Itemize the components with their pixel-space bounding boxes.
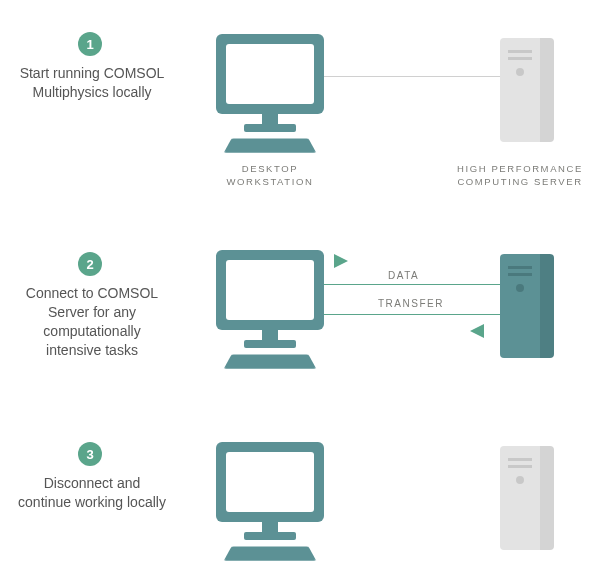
- server-tower-icon: [500, 38, 554, 142]
- connector-line-icon: [324, 76, 500, 77]
- step-1: 1 Start running COMSOL Multiphysics loca…: [0, 24, 600, 204]
- transfer-label-top: DATA: [388, 270, 419, 281]
- workstation-neck-icon: [262, 330, 278, 340]
- step-badge-1: 1: [78, 32, 102, 56]
- step-2: 2 Connect to COMSOL Server for any compu…: [0, 240, 600, 400]
- step-text-1: Start running COMSOL Multiphysics locall…: [18, 64, 166, 102]
- step-badge-3: 3: [78, 442, 102, 466]
- workstation-monitor-icon: [216, 250, 324, 330]
- data-line-top-icon: [324, 284, 500, 285]
- workstation-keyboard-icon: [224, 139, 317, 153]
- diagram-root: 1 Start running COMSOL Multiphysics loca…: [0, 0, 600, 586]
- server-tower-icon: [500, 254, 554, 358]
- step-badge-2: 2: [78, 252, 102, 276]
- workstation-monitor-icon: [216, 442, 324, 522]
- step-3: 3 Disconnect and continue working locall…: [0, 432, 600, 582]
- step-text-3: Disconnect and continue working locally: [18, 474, 166, 512]
- workstation-monitor-icon: [216, 34, 324, 114]
- workstation-base-icon: [244, 340, 296, 348]
- step-2-graphic: DATA TRANSFER: [184, 240, 584, 400]
- arrow-right-icon: [334, 254, 348, 268]
- workstation-keyboard-icon: [224, 547, 317, 561]
- workstation-base-icon: [244, 532, 296, 540]
- step-1-graphic: DESKTOP WORKSTATION HIGH PERFORMANCE COM…: [184, 24, 584, 184]
- step-text-2: Connect to COMSOL Server for any computa…: [18, 284, 166, 360]
- server-tower-icon: [500, 446, 554, 550]
- workstation-caption: DESKTOP WORKSTATION: [206, 162, 334, 189]
- data-line-bottom-icon: [324, 314, 500, 315]
- step-3-graphic: [184, 432, 584, 586]
- workstation-base-icon: [244, 124, 296, 132]
- workstation-neck-icon: [262, 522, 278, 532]
- transfer-label-bottom: TRANSFER: [378, 298, 444, 309]
- arrow-left-icon: [470, 324, 484, 338]
- workstation-neck-icon: [262, 114, 278, 124]
- server-caption: HIGH PERFORMANCE COMPUTING SERVER: [456, 162, 584, 189]
- workstation-keyboard-icon: [224, 355, 317, 369]
